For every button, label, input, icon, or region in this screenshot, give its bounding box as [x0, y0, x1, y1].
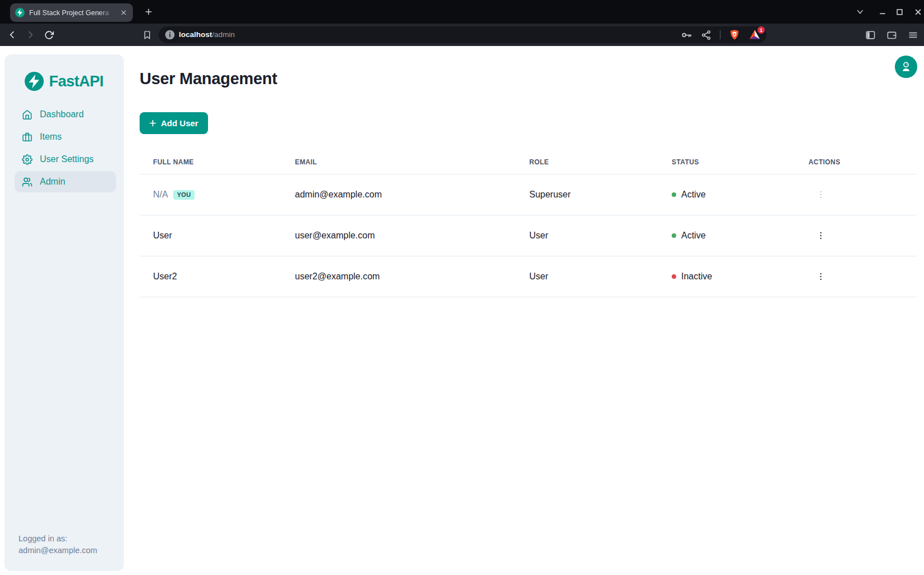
tab-search-chevron-icon[interactable]: [853, 5, 867, 19]
cell-email: user@example.com: [295, 231, 529, 241]
status-dot: [672, 192, 676, 197]
add-user-label: Add User: [161, 118, 198, 128]
cell-full-name: User: [153, 231, 172, 241]
site-info-icon[interactable]: [164, 29, 175, 40]
row-actions-menu-icon[interactable]: [814, 228, 828, 243]
menu-icon[interactable]: [906, 28, 920, 42]
tab-title: Full Stack Project Genera: [29, 9, 114, 17]
user-menu-button[interactable]: [895, 56, 917, 78]
fastapi-bolt-icon: [25, 72, 44, 91]
users-icon: [22, 177, 33, 187]
cell-role: User: [529, 272, 672, 282]
cell-status: Active: [681, 190, 706, 200]
col-role: ROLE: [529, 158, 672, 166]
new-tab-icon[interactable]: [142, 5, 155, 19]
maximize-icon[interactable]: [893, 5, 906, 19]
key-icon[interactable]: [681, 29, 692, 41]
share-icon[interactable]: [701, 30, 712, 40]
address-bar[interactable]: localhost/admin 1: [159, 26, 766, 43]
gear-icon: [22, 154, 33, 165]
cell-status: Active: [681, 231, 706, 241]
sidebar-item-user-settings[interactable]: User Settings: [15, 149, 116, 170]
url-path: /admin: [212, 30, 235, 39]
sidebar-item-label: User Settings: [40, 154, 94, 164]
table-row: User2 user2@example.com User Inactive: [140, 256, 917, 297]
status-dot: [672, 233, 676, 238]
col-full-name: FULL NAME: [153, 158, 295, 166]
cell-full-name: N/A: [153, 190, 168, 200]
cell-email: admin@example.com: [295, 190, 529, 200]
sidebar-item-items[interactable]: Items: [15, 126, 116, 148]
status-dot: [672, 274, 676, 279]
cell-role: User: [529, 231, 672, 241]
logged-in-label: Logged in as:: [19, 533, 97, 545]
plus-icon: [149, 119, 156, 127]
table-row: N/A YOU admin@example.com Superuser Acti…: [140, 174, 917, 215]
tab-close-icon[interactable]: [119, 8, 128, 17]
user-avatar-icon: [900, 61, 912, 73]
home-icon: [22, 109, 33, 120]
minimize-icon[interactable]: [876, 5, 889, 19]
forward-icon[interactable]: [24, 28, 37, 42]
wallet-icon[interactable]: [885, 28, 898, 42]
col-email: EMAIL: [295, 158, 529, 166]
url-text: localhost/admin: [179, 26, 235, 43]
users-table: FULL NAME EMAIL ROLE STATUS ACTIONS N/A …: [140, 150, 917, 297]
col-actions: ACTIONS: [808, 158, 917, 166]
browser-titlebar: Full Stack Project Genera: [0, 0, 924, 24]
cell-full-name: User2: [153, 272, 177, 282]
reload-icon[interactable]: [42, 28, 56, 42]
fastapi-logo: FastAPI: [4, 72, 124, 91]
rewards-notification-badge: 1: [757, 26, 765, 34]
sidebar-item-label: Admin: [40, 177, 65, 187]
browser-tab[interactable]: Full Stack Project Genera: [10, 3, 133, 22]
sidebar-item-label: Dashboard: [40, 109, 84, 119]
browser-toolbar: localhost/admin 1: [0, 24, 924, 46]
sidebar-item-label: Items: [40, 132, 62, 142]
sidebar-item-admin[interactable]: Admin: [15, 171, 116, 192]
toolbar-divider: [720, 30, 720, 39]
brave-rewards-icon[interactable]: 1: [749, 29, 761, 41]
url-host: localhost: [179, 30, 212, 39]
cell-role: Superuser: [529, 190, 672, 200]
brand-name: FastAPI: [49, 73, 103, 90]
row-actions-menu-icon[interactable]: [814, 269, 828, 284]
bookmark-icon[interactable]: [140, 28, 154, 42]
side-panel-icon[interactable]: [863, 28, 877, 42]
cell-email: user2@example.com: [295, 272, 529, 282]
brave-shield-icon[interactable]: [729, 29, 740, 40]
back-icon[interactable]: [6, 28, 19, 42]
row-actions-menu-icon: [814, 187, 828, 202]
sidebar-item-dashboard[interactable]: Dashboard: [15, 104, 116, 125]
cell-status: Inactive: [681, 272, 712, 282]
sidebar-nav: Dashboard Items User Settings Admin: [15, 104, 116, 192]
table-header: FULL NAME EMAIL ROLE STATUS ACTIONS: [140, 150, 917, 174]
close-icon[interactable]: [911, 5, 924, 19]
col-status: STATUS: [672, 158, 808, 166]
fastapi-favicon: [15, 8, 25, 17]
page-title: User Management: [140, 70, 277, 88]
briefcase-icon: [22, 132, 33, 142]
table-row: User user@example.com User Active: [140, 215, 917, 256]
app-content: FastAPI Dashboard Items User Settings: [0, 46, 924, 575]
add-user-button[interactable]: Add User: [140, 112, 208, 134]
logged-in-email: admin@example.com: [19, 545, 97, 556]
you-badge: YOU: [173, 190, 195, 200]
logged-in-info: Logged in as: admin@example.com: [19, 533, 97, 556]
sidebar: FastAPI Dashboard Items User Settings: [4, 54, 124, 571]
